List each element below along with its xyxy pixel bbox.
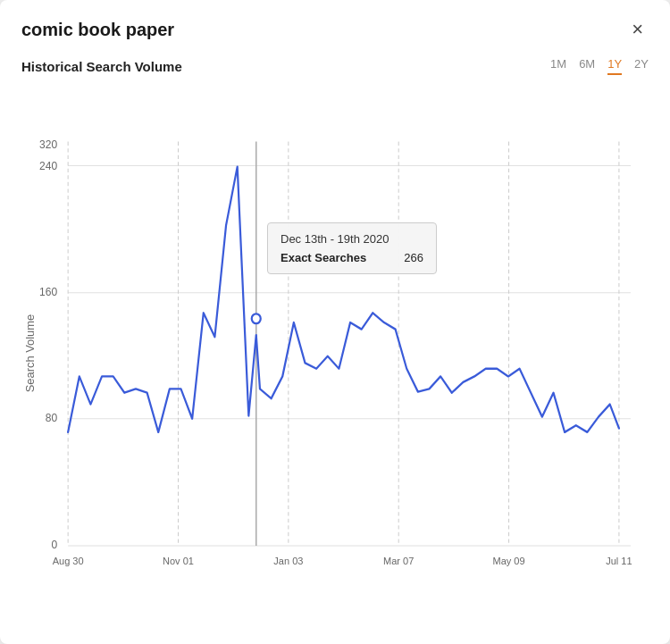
chart-svg: 0 80 160 240 320 Aug 30 Nov 01 Jan 03 Ma… [21,84,649,584]
tooltip-dot [252,314,261,323]
close-button[interactable]: × [626,18,649,41]
chart-section-label: Historical Search Volume [21,59,182,74]
svg-text:Nov 01: Nov 01 [163,556,194,566]
svg-text:Mar 07: Mar 07 [383,556,414,566]
modal-title: comic book paper [21,20,174,40]
svg-text:80: 80 [46,412,57,424]
chart-line [68,167,619,432]
svg-text:Jul 11: Jul 11 [606,556,632,566]
svg-text:160: 160 [39,286,57,298]
svg-text:Search Volume: Search Volume [24,314,36,393]
svg-text:240: 240 [39,159,57,171]
modal-header: comic book paper × [21,18,649,41]
svg-text:320: 320 [39,138,57,151]
svg-text:0: 0 [51,539,57,551]
tab-1m[interactable]: 1M [550,57,566,75]
tab-6m[interactable]: 6M [579,57,595,75]
time-tabs: 1M 6M 1Y 2Y [550,57,649,75]
tab-2y[interactable]: 2Y [634,57,649,75]
tab-1y[interactable]: 1Y [607,57,622,75]
svg-text:May 09: May 09 [492,556,524,566]
svg-text:Aug 30: Aug 30 [53,556,84,566]
chart-header: Historical Search Volume 1M 6M 1Y 2Y [21,57,649,75]
chart-area: 0 80 160 240 320 Aug 30 Nov 01 Jan 03 Ma… [21,84,649,584]
svg-text:Jan 03: Jan 03 [273,556,303,566]
modal-card: comic book paper × Historical Search Vol… [0,0,670,644]
